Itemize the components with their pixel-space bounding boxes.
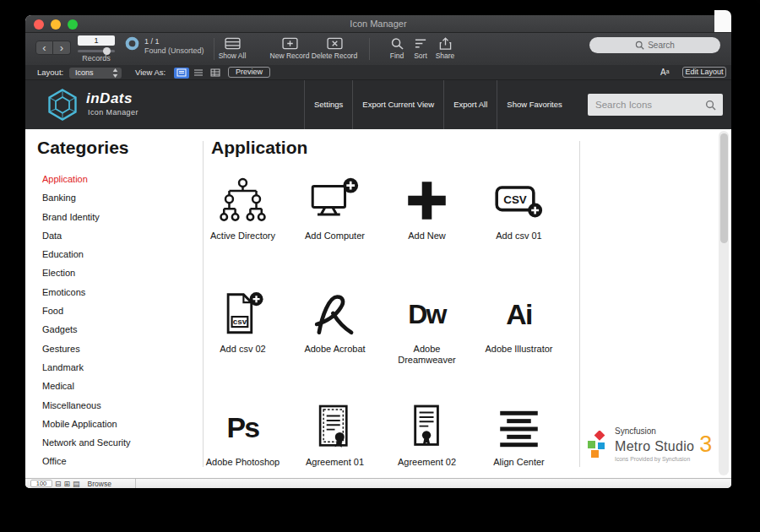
status-toolbar-toggle-icon[interactable]: ▤ [73, 480, 80, 488]
list-view-icon [193, 68, 204, 77]
category-item-data[interactable]: Data [25, 226, 194, 245]
category-item-miscellaneous[interactable]: Miscellaneous [25, 396, 194, 415]
found-status: Found (Unsorted) [144, 46, 204, 55]
vertical-scrollbar[interactable] [719, 131, 729, 475]
adobe-acrobat-icon [305, 285, 366, 342]
icon-tile-add-csv-01[interactable]: CSVAdd csv 01 [473, 171, 565, 285]
category-item-landmark[interactable]: Landmark [25, 358, 194, 377]
record-nav-buttons: ‹ › [35, 41, 71, 55]
syncfusion-company: Syncfusion [615, 426, 712, 436]
mode-selector[interactable]: Browse [88, 480, 111, 488]
category-item-banking[interactable]: Banking [25, 188, 194, 207]
category-item-gadgets[interactable]: Gadgets [25, 320, 194, 339]
icon-tile-add-csv-02[interactable]: csvAdd csv 02 [197, 285, 289, 398]
icon-label: Agreement 02 [398, 457, 456, 468]
icon-label: Add New [408, 231, 446, 242]
adobe-illustrator-icon: Ai [489, 285, 550, 342]
metro-studio-product: Metro Studio [615, 439, 694, 454]
syncfusion-logo-icon [585, 431, 611, 459]
delete-record-button[interactable]: Delete Record [309, 36, 360, 60]
zoom-window-button[interactable] [68, 19, 78, 30]
delete-record-label: Delete Record [312, 52, 357, 60]
preview-button[interactable]: Preview [228, 67, 270, 78]
nav-settings[interactable]: Settings [304, 80, 352, 129]
icon-tile-adobe-illustrator[interactable]: AiAdobe Illustrator [473, 285, 565, 398]
icon-tile-align-center[interactable]: Align Center [473, 398, 565, 488]
zoom-level-field[interactable]: 100 [30, 480, 52, 487]
background-window-fragment [714, 10, 731, 32]
icon-tile-agreement-01[interactable]: Agreement 01 [289, 398, 381, 488]
status-bar-divider [135, 479, 136, 489]
found-set-pie-icon[interactable] [125, 36, 139, 51]
sort-label: Sort [414, 52, 427, 60]
category-item-brand-identity[interactable]: Brand Identity [25, 208, 194, 226]
category-item-election[interactable]: Election [25, 263, 194, 282]
zoom-in-button[interactable]: ⊞ [64, 480, 71, 488]
record-number-field[interactable]: 1 [78, 35, 115, 46]
adobe-photoshop-icon: Ps [213, 398, 274, 455]
icon-label: Adobe Acrobat [304, 344, 365, 355]
zoom-out-button[interactable]: ⊟ [55, 480, 62, 488]
icon-label: Adobe Illustrator [485, 344, 552, 355]
nav-export-all[interactable]: Export All [443, 80, 497, 129]
search-icon[interactable] [705, 100, 723, 111]
toolbar-search-field[interactable]: Search [589, 37, 720, 53]
sort-icon [413, 36, 429, 50]
status-bar: 100 ⊟ ⊞ ▤ Browse [25, 478, 731, 488]
share-button[interactable]: Share [428, 36, 462, 60]
category-item-food[interactable]: Food [25, 301, 194, 320]
record-slider[interactable] [78, 50, 115, 52]
content-area: Categories ApplicationBankingBrand Ident… [25, 129, 731, 478]
category-item-network-and-security[interactable]: Network and Security [25, 433, 194, 452]
metro-studio-version: 3 [699, 436, 712, 454]
icon-search-field[interactable]: Search Icons [588, 94, 723, 116]
category-item-gestures[interactable]: Gestures [25, 339, 194, 358]
view-list-button[interactable] [191, 68, 206, 79]
icon-tile-adobe-photoshop[interactable]: PsAdobe Photoshop [197, 398, 289, 488]
show-all-button[interactable]: Show All [209, 36, 256, 60]
category-item-application[interactable]: Application [25, 170, 194, 188]
found-count: 1 / 1 [144, 37, 204, 46]
app-logo-subtitle: Icon Manager [88, 108, 138, 117]
scrollbar-thumb[interactable] [720, 133, 728, 243]
form-view-icon [176, 68, 187, 77]
category-item-mobile-application[interactable]: Mobile Application [25, 415, 194, 433]
layout-label: Layout: [37, 65, 63, 80]
category-item-emoticons[interactable]: Emoticons [25, 283, 194, 301]
icon-label: Adobe Dreamweaver [388, 344, 467, 366]
edit-layout-button[interactable]: Edit Layout [682, 67, 726, 78]
icon-tile-add-computer[interactable]: Add Computer [289, 171, 381, 285]
layout-popup[interactable]: Icons [69, 68, 122, 79]
formatting-bar-icon[interactable]: Aᵃ [660, 65, 669, 80]
layout-bar: Layout: Icons View As: Preview Aᵃ Edit L… [25, 65, 731, 80]
grid-divider [579, 141, 580, 467]
icon-label: Add csv 02 [220, 344, 265, 355]
icon-manager-window: Icon Manager ‹ › 1 Records 1 / 1 Found (… [25, 15, 731, 488]
minimize-window-button[interactable] [51, 19, 61, 30]
nav-export-current-view[interactable]: Export Current View [352, 80, 443, 129]
nav-show-favorites[interactable]: Show Favorites [497, 80, 571, 129]
close-window-button[interactable] [34, 19, 44, 30]
icon-tile-agreement-02[interactable]: Agreement 02 [381, 398, 473, 488]
share-label: Share [436, 52, 455, 60]
svg-text:csv: csv [233, 317, 247, 326]
icon-tile-add-new[interactable]: Add New [381, 171, 473, 285]
found-set-summary: 1 / 1 Found (Unsorted) [144, 37, 204, 55]
category-item-medical[interactable]: Medical [25, 377, 194, 395]
view-form-button[interactable] [174, 68, 189, 79]
window-title: Icon Manager [25, 15, 731, 33]
new-record-button[interactable]: New Record [266, 36, 313, 60]
page-title: Application [211, 138, 307, 158]
popup-arrows-icon [112, 68, 122, 78]
icon-tile-adobe-acrobat[interactable]: Adobe Acrobat [289, 285, 381, 398]
icon-tile-active-directory[interactable]: Active Directory [197, 171, 289, 285]
category-item-office[interactable]: Office [25, 452, 194, 470]
add-csv-01-icon: CSV [489, 171, 550, 229]
view-table-button[interactable] [208, 68, 223, 79]
records-label: Records [73, 54, 120, 62]
app-header: inDats Icon Manager Settings Export Curr… [25, 80, 731, 129]
icon-tile-adobe-dreamweaver[interactable]: DwAdobe Dreamweaver [381, 285, 473, 398]
next-record-button[interactable]: › [53, 41, 71, 55]
category-item-education[interactable]: Education [25, 245, 194, 263]
previous-record-button[interactable]: ‹ [35, 41, 53, 55]
